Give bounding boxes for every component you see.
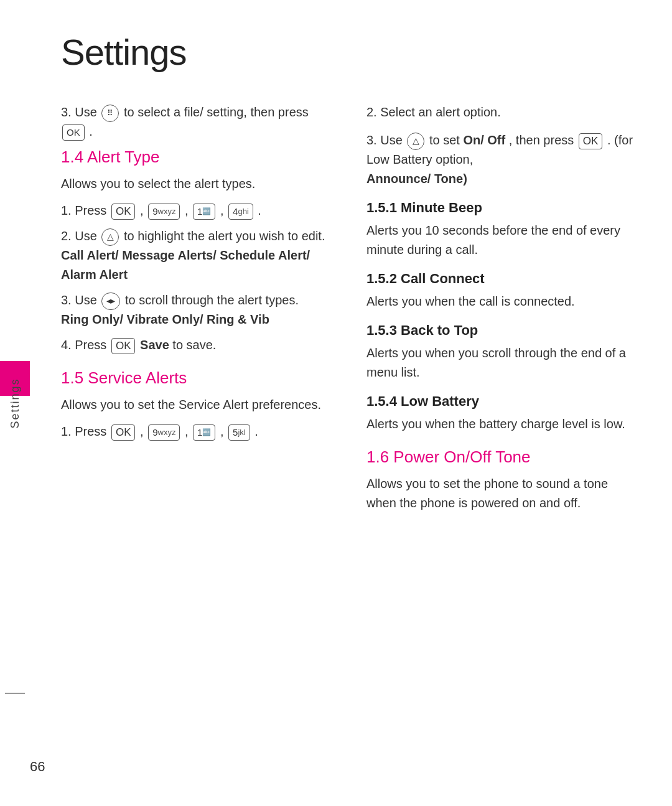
section-153-heading: 1.5.3 Back to Top: [366, 322, 635, 339]
section-16-heading: 1.6 Power On/Off Tone: [366, 448, 635, 467]
page-number: 66: [30, 759, 45, 775]
ok-key-r: OK: [579, 133, 603, 149]
nav-up-icon-r: △: [407, 133, 424, 150]
two-column-layout: 3. Use ⠿ to select a file/ setting, then…: [61, 103, 635, 775]
5jkl-key: 5jkl: [228, 424, 250, 441]
section-14-desc: Allows you to select the alert types.: [61, 174, 329, 194]
section-14-heading: 1.4 Alert Type: [61, 148, 329, 167]
nav-circle-icon: ⠿: [101, 105, 119, 122]
1-key-2: 1🔤: [193, 424, 215, 441]
sidebar-label: Settings: [9, 378, 22, 428]
sidebar-tab: Settings: [0, 0, 30, 806]
section-151-heading: 1.5.1 Minute Beep: [366, 200, 635, 216]
step1-press: 1. Press OK , 9wxyz , 1🔤 , 4ghi .: [61, 201, 329, 220]
4ghi-key: 4ghi: [228, 204, 253, 220]
right-step2: 2. Select an alert option.: [366, 103, 635, 122]
page-container: Settings Settings 3. Use ⠿ to select a f…: [0, 0, 672, 806]
section-152-heading: 1.5.2 Call Connect: [366, 271, 635, 287]
step2: 2. Use △ to highlight the alert you wish…: [61, 227, 329, 284]
section-151-desc: Alerts you 10 seconds before the end of …: [366, 221, 635, 260]
section-15-desc: Allows you to set the Service Alert pref…: [61, 395, 329, 415]
step4: 4. Press OK Save to save.: [61, 335, 329, 355]
section-154-desc: Alerts you when the battery charge level…: [366, 415, 635, 434]
step3: 3. Use ◂▸ to scroll through the alert ty…: [61, 291, 329, 329]
sidebar-line: [5, 693, 25, 694]
section-15-heading: 1.5 Service Alerts: [61, 368, 329, 388]
section15-step1: 1. Press OK , 9wxyz , 1🔤 , 5jkl .: [61, 422, 329, 441]
1-key: 1🔤: [193, 204, 215, 220]
right-column: 2. Select an alert option. 3. Use △ to s…: [366, 103, 635, 775]
section-153-desc: Alerts you when you scroll through the e…: [366, 344, 635, 382]
9wxyz-key: 9wxyz: [148, 204, 180, 220]
section-154-heading: 1.5.4 Low Battery: [366, 393, 635, 410]
page-title: Settings: [61, 31, 635, 73]
ok-key-2: OK: [111, 338, 136, 354]
ok-key-3: OK: [111, 424, 136, 441]
ok-key-1: OK: [111, 204, 136, 220]
section-16-desc: Allows you to set the phone to sound a t…: [366, 474, 635, 513]
ok-key-icon: OK: [62, 124, 85, 141]
nav-lr-icon: ◂▸: [101, 293, 120, 310]
right-step3: 3. Use △ to set On/ Off , then press OK …: [366, 131, 635, 189]
nav-up-icon: △: [101, 228, 119, 246]
section-152-desc: Alerts you when the call is connected.: [366, 292, 635, 311]
main-content: Settings 3. Use ⠿ to select a file/ sett…: [30, 0, 672, 806]
left-column: 3. Use ⠿ to select a file/ setting, then…: [61, 103, 329, 775]
intro-step3: 3. Use ⠿ to select a file/ setting, then…: [61, 103, 329, 141]
9wxyz-key-2: 9wxyz: [148, 424, 180, 441]
